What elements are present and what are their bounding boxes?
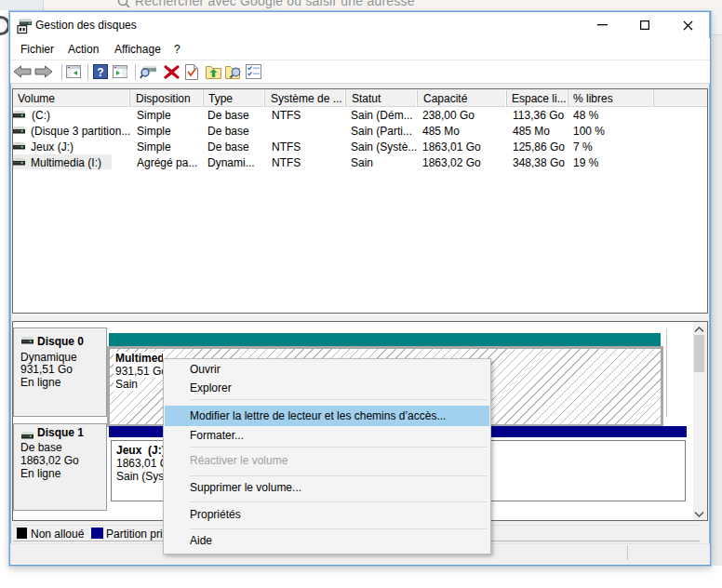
svg-text:?: ? [97,66,103,79]
